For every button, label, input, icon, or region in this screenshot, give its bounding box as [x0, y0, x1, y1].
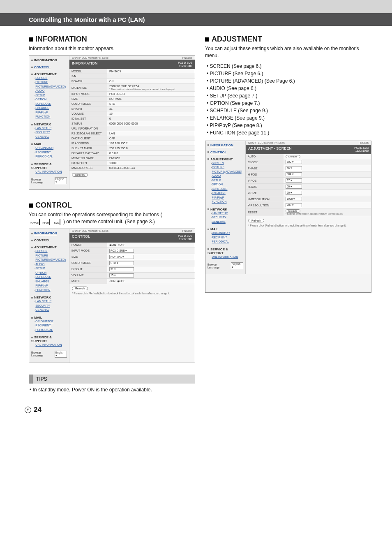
select-input[interactable]: 31 ▾ — [109, 267, 134, 271]
execute-button[interactable]: Execute — [286, 209, 300, 213]
sidebar-item[interactable]: FUNCTION — [35, 288, 67, 293]
sidebar-heading[interactable]: INFORMATION — [31, 231, 67, 235]
sidebar-item[interactable]: RECIPIENT — [35, 324, 67, 328]
sidebar-item[interactable]: PERIODICAL — [35, 328, 67, 333]
number-input[interactable]: 56 ▾ — [286, 166, 302, 170]
sidebar-item[interactable]: SECURITY — [35, 304, 67, 308]
sidebar-item[interactable]: PICTURE — [35, 254, 67, 258]
number-input[interactable]: 1920 ▾ — [286, 197, 302, 201]
sidebar-item[interactable]: GENERAL — [35, 135, 67, 139]
sidebar-heading[interactable]: CONTROL — [31, 65, 67, 69]
language-select[interactable]: English ▾ — [55, 177, 67, 184]
sidebar-item[interactable]: SCHEDULE — [35, 275, 67, 280]
sidebar: INFORMATIONCONTROLADJUSTMENTSCREENPICTUR… — [29, 229, 69, 363]
info-value — [107, 126, 195, 131]
info-value: 31 — [107, 106, 195, 111]
number-input[interactable]: 50 ▾ — [286, 191, 302, 195]
sidebar-item[interactable]: ENLARGE — [35, 106, 67, 111]
sidebar-item[interactable]: GENERAL — [211, 220, 243, 224]
adjust-value: 1920 ▾ — [284, 196, 371, 202]
number-input[interactable]: 600 ▾ — [286, 160, 302, 164]
sidebar-item[interactable]: RECIPIENT — [35, 150, 67, 155]
sidebar-item[interactable]: GENERAL — [35, 308, 67, 312]
radio-option[interactable]: ○ON — [109, 280, 115, 282]
number-input[interactable]: 50 ▾ — [286, 185, 302, 189]
sidebar-item[interactable]: PIP/PbyP — [35, 111, 67, 115]
sidebar-item[interactable]: ORIGINATOR — [211, 231, 243, 236]
sidebar-item[interactable]: PIP/PbyP — [211, 196, 243, 200]
language-select[interactable]: English ▾ — [55, 351, 67, 358]
info-label: STATUS — [69, 121, 107, 126]
sidebar-item[interactable]: ENLARGE — [211, 191, 243, 196]
heading-text: CONTROL — [35, 201, 72, 210]
sidebar-heading[interactable]: INFORMATION — [208, 143, 243, 147]
info-value: STD — [107, 102, 195, 106]
bullet-item: SCREEN (See page 6.) — [207, 62, 371, 70]
number-input[interactable]: 384 ▾ — [286, 172, 302, 176]
sidebar-item[interactable]: PICTURE — [211, 165, 243, 170]
execute-button[interactable]: Execute — [286, 155, 300, 158]
adjust-label: V-SIZE — [246, 190, 284, 196]
adjust-label: RESET — [246, 208, 284, 216]
info-value: 255.255.255.0 — [107, 146, 195, 151]
sidebar-item[interactable]: OPTION — [35, 97, 67, 102]
refresh-button[interactable]: Refresh — [248, 219, 264, 222]
sidebar-item[interactable]: SCREEN — [35, 76, 67, 81]
select-input[interactable]: STD ▾ — [109, 261, 134, 265]
number-input[interactable]: 37 ▾ — [286, 178, 302, 183]
sidebar-item[interactable]: LAN SETUP — [211, 211, 243, 216]
sidebar-item[interactable]: PICTURE — [35, 80, 67, 85]
sidebar-item[interactable]: URL INFORMATION — [211, 255, 243, 259]
sidebar-item[interactable]: SCHEDULE — [211, 187, 243, 192]
sidebar-item[interactable]: SCREEN — [211, 161, 243, 166]
sidebar-item[interactable]: ORIGINATOR — [35, 146, 67, 150]
sidebar-item[interactable]: AUDIO — [211, 174, 243, 178]
sidebar-item[interactable]: RECIPIENT — [211, 236, 243, 240]
sidebar-item[interactable]: URL INFORMATION — [35, 343, 67, 347]
info-label: SIZE — [69, 97, 107, 102]
control-label: BRIGHT — [69, 266, 107, 272]
sidebar-item[interactable]: SETUP — [211, 178, 243, 183]
sidebar-item[interactable]: FUNCTION — [35, 115, 67, 119]
sidebar-item[interactable]: PERIODICAL — [211, 240, 243, 244]
select-input[interactable]: 15 ▾ — [109, 273, 134, 278]
sidebar-item[interactable]: AUDIO — [35, 262, 67, 267]
page-footer: E 24 — [0, 393, 392, 418]
sidebar-item[interactable]: URL INFORMATION — [35, 170, 67, 174]
sidebar-item[interactable]: SECURITY — [211, 215, 243, 220]
sidebar-item[interactable]: SETUP — [35, 266, 67, 271]
select-input[interactable]: PC3 D-SUB ▾ — [109, 249, 134, 253]
select-input[interactable]: NORMAL ▾ — [109, 255, 134, 259]
adjust-value: 600 ▾ — [284, 159, 371, 165]
language-row: Browser Language English ▾ — [31, 351, 67, 358]
sidebar-item[interactable]: SCREEN — [35, 249, 67, 254]
bullet-item: PICTURE (See Page 6.) — [207, 70, 371, 77]
sidebar-item[interactable]: PICTURE(ADVANCED) — [211, 170, 243, 174]
refresh-button[interactable]: Refresh — [72, 287, 88, 290]
sidebar-item[interactable]: PICTURE(ADVANCED) — [35, 85, 67, 89]
sidebar-item[interactable]: OPTION — [211, 183, 243, 187]
sidebar-item[interactable]: SETUP — [35, 93, 67, 98]
radio-option[interactable]: ◉OFF — [117, 280, 125, 282]
region-icon: E — [25, 407, 31, 413]
refresh-button[interactable]: Refresh — [72, 173, 88, 177]
sidebar-item[interactable]: LAN SETUP — [35, 126, 67, 131]
radio-option[interactable]: ◉ON — [109, 243, 116, 246]
control-label: INPUT MODE — [69, 247, 107, 254]
number-input[interactable]: 200 ▾ — [286, 203, 302, 207]
sidebar-heading[interactable]: CONTROL — [208, 150, 243, 154]
radio-option[interactable]: ○OFF — [118, 243, 125, 246]
sidebar-item[interactable]: SECURITY — [35, 130, 67, 135]
sidebar-item[interactable]: ORIGINATOR — [35, 319, 67, 324]
sidebar-item[interactable]: PERIODICAL — [35, 155, 67, 159]
sidebar-item[interactable]: FUNCTION — [211, 200, 243, 204]
sidebar-item[interactable]: OPTION — [35, 271, 67, 275]
sidebar-item[interactable]: ENLARGE — [35, 280, 67, 284]
sidebar-item[interactable]: PIP/PbyP — [35, 284, 67, 288]
sidebar-item[interactable]: LAN SETUP — [35, 299, 67, 304]
language-select[interactable]: English ▾ — [231, 262, 243, 269]
sidebar-item[interactable]: SCHEDULE — [35, 102, 67, 106]
info-value: OFF — [107, 136, 195, 141]
sidebar-item[interactable]: PICTURE(ADVANCED) — [35, 258, 67, 262]
sidebar-item[interactable]: AUDIO — [35, 89, 67, 93]
